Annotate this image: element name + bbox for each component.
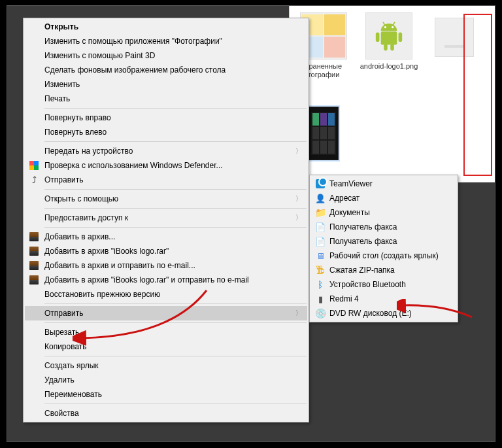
file-item[interactable]: android-logo1.png	[358, 11, 420, 84]
submenu-item-label: Получатель факса	[329, 237, 397, 246]
svg-rect-2	[399, 32, 403, 42]
submenu-item-label: Redmi 4	[329, 294, 359, 303]
menu-item[interactable]: Добавить в архив "iBooks logo.rar"	[25, 244, 307, 258]
menu-item[interactable]: Повернуть влево	[25, 125, 307, 139]
menu-item-label: Создать ярлык	[44, 361, 99, 370]
thumbnail-android	[365, 12, 412, 60]
submenu-item[interactable]: ▮Redmi 4	[311, 292, 456, 306]
svg-rect-1	[376, 32, 380, 42]
menu-item-label: Повернуть вправо	[44, 113, 111, 122]
svg-rect-4	[390, 44, 394, 50]
menu-item-label: Копировать	[44, 342, 87, 351]
menu-item[interactable]: Открыть	[25, 20, 307, 34]
explorer-file-pane: храненные тографии	[289, 6, 495, 182]
menu-item[interactable]: Повернуть вправо	[25, 111, 307, 125]
thumbnail-phone	[309, 107, 339, 160]
submenu-item[interactable]: 🗜Сжатая ZIP-папка	[311, 263, 456, 277]
menu-item-label: Передать на устройство	[44, 146, 133, 156]
submenu-item-label: Получатель факса	[329, 222, 397, 232]
menu-item-label: Печать	[44, 94, 70, 103]
submenu-item[interactable]: 📄Получатель факса	[311, 220, 456, 234]
submenu-item[interactable]: 🖥Рабочий стол (создать ярлык)	[311, 249, 456, 263]
menu-item[interactable]: Открыть с помощью〉	[25, 192, 307, 206]
menu-item[interactable]: Удалить	[25, 373, 307, 387]
send-to-submenu: TeamViewer👤Адресат📁Документы📄Получатель …	[309, 175, 458, 322]
android-icon	[371, 18, 407, 54]
menu-item-label: Свойства	[44, 409, 79, 418]
submenu-item-label: Адресат	[329, 194, 360, 203]
menu-item[interactable]: Переименовать	[25, 387, 307, 402]
menu-separator	[44, 227, 307, 228]
file-label: android-logo1.png	[360, 62, 418, 71]
menu-item[interactable]: Вырезать	[25, 325, 307, 339]
menu-item[interactable]: Изменить с помощью приложения "Фотографи…	[25, 34, 307, 48]
menu-item-label: Восстановить прежнюю версию	[44, 290, 160, 299]
contact-icon: 👤	[315, 194, 326, 203]
menu-item[interactable]: Добавить в архив...	[25, 230, 307, 244]
menu-item[interactable]: Изменить с помощью Paint 3D	[25, 48, 307, 63]
submenu-item[interactable]: 📄Получатель факса	[311, 234, 456, 249]
file-item[interactable]	[423, 16, 486, 97]
menu-separator	[44, 189, 307, 190]
submenu-item[interactable]: 💿DVD RW дисковод (E:)	[311, 306, 456, 320]
menu-item-label: Предоставить доступ к	[44, 213, 128, 222]
menu-item[interactable]: Свойства	[25, 406, 307, 421]
chevron-right-icon: 〉	[295, 309, 302, 318]
menu-item[interactable]: Отправить〉	[25, 306, 307, 320]
menu-item-label: Удалить	[44, 375, 75, 385]
menu-item[interactable]: Копировать	[25, 339, 307, 354]
device-icon: ▮	[318, 295, 323, 303]
chevron-right-icon: 〉	[295, 194, 302, 203]
menu-item[interactable]: Изменить	[25, 77, 307, 92]
submenu-item[interactable]: TeamViewer	[311, 177, 456, 191]
submenu-item[interactable]: 👤Адресат	[311, 191, 456, 205]
disc-icon: 💿	[315, 309, 326, 318]
menu-item[interactable]: ⤴Отправить	[25, 173, 307, 187]
menu-separator	[44, 141, 307, 142]
winrar-icon	[29, 247, 39, 256]
menu-item-label: Проверка с использованием Windows Defend…	[44, 161, 223, 170]
menu-separator	[44, 208, 307, 209]
submenu-item-label: Устройство Bluetooth	[329, 280, 406, 289]
menu-item[interactable]: Добавить в архив "iBooks logo.rar" и отп…	[25, 273, 307, 287]
menu-separator	[44, 404, 307, 404]
chevron-right-icon: 〉	[295, 146, 302, 156]
svg-point-8	[392, 26, 393, 28]
submenu-item[interactable]: ᛒУстройство Bluetooth	[311, 277, 456, 292]
screenshot-frame: храненные тографии	[7, 5, 495, 442]
submenu-item[interactable]: 📁Документы	[311, 205, 456, 220]
submenu-item-label: Рабочий стол (создать ярлык)	[329, 251, 439, 260]
menu-separator	[44, 303, 307, 304]
submenu-item-label: Сжатая ZIP-папка	[329, 266, 395, 275]
menu-item-label: Изменить с помощью приложения "Фотографи…	[44, 37, 222, 46]
menu-item[interactable]: Добавить в архив и отправить по e-mail..…	[25, 258, 307, 273]
menu-item-label: Открыть	[44, 22, 78, 31]
thumbnail-webpage	[435, 18, 474, 57]
menu-item-label: Переименовать	[44, 390, 102, 399]
menu-item[interactable]: Сделать фоновым изображением рабочего ст…	[25, 63, 307, 77]
menu-item-label: Сделать фоновым изображением рабочего ст…	[44, 65, 226, 75]
desktop-icon: 🖥	[316, 252, 325, 260]
menu-item-label: Отправить	[44, 175, 84, 184]
svg-rect-0	[381, 31, 397, 44]
menu-item-label: Добавить в архив "iBooks logo.rar" и отп…	[44, 275, 249, 284]
menu-item[interactable]: Передать на устройство〉	[25, 144, 307, 158]
defender-icon	[29, 161, 39, 170]
menu-separator	[44, 356, 307, 356]
submenu-item-label: DVD RW дисковод (E:)	[329, 309, 412, 318]
menu-item-label: Открыть с помощью	[44, 194, 118, 203]
fax-icon: 📄	[315, 237, 326, 246]
menu-item[interactable]: Восстановить прежнюю версию	[25, 287, 307, 302]
menu-item-label: Добавить в архив и отправить по e-mail..…	[44, 261, 195, 270]
share-icon: ⤴	[32, 175, 37, 185]
menu-item[interactable]: Предоставить доступ к〉	[25, 211, 307, 225]
menu-item[interactable]: Проверка с использованием Windows Defend…	[25, 158, 307, 173]
zip-icon: 🗜	[316, 266, 325, 275]
menu-item-label: Добавить в архив "iBooks logo.rar"	[44, 247, 169, 256]
menu-item-label: Добавить в архив...	[44, 232, 115, 241]
submenu-item-label: Документы	[329, 208, 370, 217]
menu-item[interactable]: Создать ярлык	[25, 358, 307, 373]
svg-rect-3	[384, 44, 388, 50]
menu-item[interactable]: Печать	[25, 92, 307, 106]
menu-item-label: Вырезать	[44, 328, 79, 337]
